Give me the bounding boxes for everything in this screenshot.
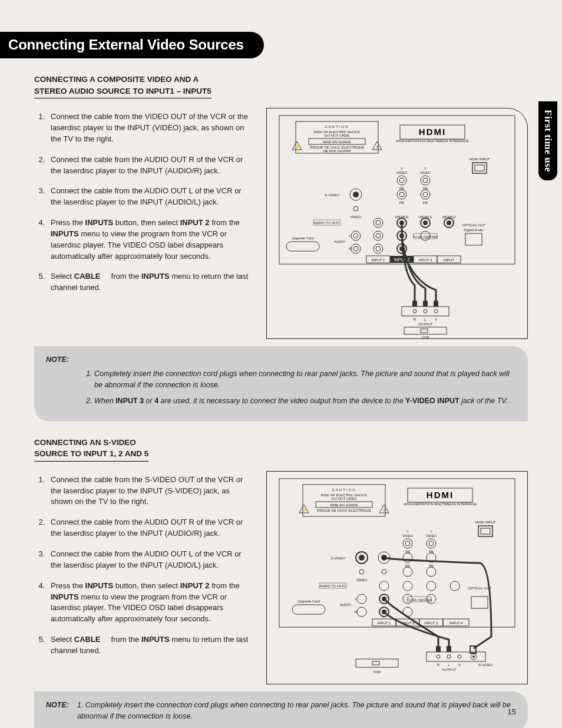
d2-output: OUTPUT (442, 668, 457, 671)
svg-rect-58 (421, 329, 428, 332)
svg-rect-57 (404, 327, 447, 334)
audio-hifi-label: AUDIO TO HI-FI (313, 221, 339, 225)
svg-point-54 (413, 309, 416, 313)
section2-heading: CONNECTING AN S-VIDEO SOURCE TO INPUT 1,… (34, 437, 528, 462)
audio-label: AUDIO (334, 240, 345, 243)
vcr-label: VCR (422, 335, 429, 338)
svg-point-10 (397, 176, 406, 185)
n2-t1: When (94, 397, 115, 405)
d2-in1: INPUT 1 (378, 621, 392, 625)
input1-label: INPUT 1 (372, 258, 386, 262)
s5-t2: from the (109, 272, 141, 281)
pr1: PR (399, 201, 405, 205)
page-title: Connecting External Video Sources (8, 37, 244, 52)
svg-point-84 (403, 581, 412, 591)
d2-hdmi-in: HDMI INPUT (475, 521, 496, 524)
diagram-1: CAUTION RISK OF ELECTRIC SHOCK DO NOT OP… (266, 108, 528, 339)
svg-text:Y: Y (430, 530, 432, 533)
s5-t1: Select (51, 272, 74, 281)
step-1-text: Connect the cable from the VIDEO OUT of … (51, 112, 248, 143)
output-label: OUTPUT (418, 322, 433, 326)
d2-or: R (437, 663, 440, 667)
pb2: PB (423, 187, 428, 190)
s5-b1: CABLE (74, 272, 101, 281)
out-v: V (435, 318, 437, 321)
d2-tvc: TV AS CENTER (406, 598, 432, 602)
svg-rect-52 (434, 301, 438, 307)
svg-point-11 (399, 178, 404, 183)
s24-b2: INPUT 2 (180, 581, 210, 590)
hdmi-input-label: HDMI INPUT (470, 157, 490, 161)
svideo-label: S-VIDEO (325, 193, 339, 197)
s4-t2: button, then select (113, 218, 180, 227)
svg-point-13 (423, 178, 428, 183)
s4-b3: INPUTS (51, 229, 79, 238)
hdmi-sub: HIGH-DEFINITION MULTIMEDIA INTERFACE (396, 139, 469, 143)
s4-b1: INPUTS (85, 218, 114, 227)
svg-rect-99 (471, 597, 488, 608)
step2-5: Select CABLE from the INPUTS menu to ret… (47, 634, 252, 657)
svg-text:Y: Y (406, 530, 409, 533)
svg-rect-106 (447, 646, 451, 652)
svg-point-86 (450, 581, 459, 591)
mono1: (MONO) (395, 215, 409, 219)
svg-point-28 (447, 220, 451, 225)
digital-audio: Digital Audio (464, 228, 484, 232)
svg-point-55 (424, 309, 427, 313)
s24-b1: INPUTS (85, 581, 114, 590)
svg-point-70 (405, 541, 410, 546)
out-l: L (424, 318, 427, 321)
svg-point-72 (429, 541, 434, 546)
page-title-bar: Connecting External Video Sources (0, 32, 264, 58)
svg-point-18 (421, 190, 430, 199)
svg-point-85 (427, 581, 436, 591)
svg-point-83 (379, 581, 389, 591)
side-tab-label: First time use (543, 110, 554, 172)
svg-rect-51 (423, 301, 428, 307)
svg-point-92 (357, 607, 366, 617)
step2-3: Connect the cable from the AUDIO OUT L o… (47, 549, 252, 571)
section1-heading: CONNECTING A COMPOSITE VIDEO AND A STERE… (34, 74, 528, 98)
svg-point-20 (353, 206, 358, 211)
side-tab: First time use (538, 101, 557, 180)
upgrade-label: Upgrade Card (292, 236, 314, 240)
d2-audio: AUDIO (340, 603, 351, 607)
svg-text:Y: Y (424, 167, 427, 170)
d2-sv-out: S-VIDEO (478, 663, 493, 667)
svg-rect-97 (292, 605, 325, 614)
hdmi-logo: HDMI (419, 127, 446, 137)
svg-rect-43 (286, 242, 319, 251)
svg-rect-7 (475, 165, 484, 171)
d2-upgrade: Upgrade Card (297, 599, 320, 603)
d2-hdmi-sub: HIGH-DEFINITION MULTIMEDIA INTERFACE (404, 502, 477, 506)
svg-text:INPUT 4: INPUT 4 (449, 621, 464, 625)
svg-point-31 (373, 231, 383, 241)
s4-b2: INPUT 2 (180, 218, 210, 227)
out-r: R (414, 318, 416, 321)
step-1: Connect the cable from the VIDEO OUT of … (47, 111, 252, 145)
d2-m1: RISQUE DE CHOC ELECTRIQUE (317, 509, 371, 512)
note1-item1: Completely insert the connection cord pl… (94, 368, 516, 391)
svg-point-16 (397, 190, 406, 199)
svg-text:⚡: ⚡ (294, 143, 301, 150)
svg-point-38 (373, 244, 383, 253)
step2-2: Connect the cable from the AUDIO OUT R o… (47, 517, 252, 539)
svg-rect-53 (402, 307, 449, 316)
svg-point-12 (421, 176, 430, 185)
input3-label: INPUT 3 (419, 258, 433, 262)
s25-b1: CABLE (74, 635, 101, 644)
input4-label: INPUT (444, 258, 454, 262)
d2-caution: CAUTION (332, 488, 356, 492)
n2-t3: are used, it is necessary to connect the… (158, 397, 405, 405)
d2-pb1: PB (405, 550, 410, 554)
s24-b3: INPUTS (51, 592, 79, 601)
s5-b2: INPUTS (141, 272, 170, 281)
svg-point-26 (423, 220, 428, 225)
svg-point-19 (423, 192, 428, 197)
step2-3-text: Connect the cable from the AUDIO OUT L o… (51, 549, 242, 569)
svg-text:⚡: ⚡ (301, 506, 308, 513)
svg-point-113 (472, 655, 475, 658)
d2-ov: V (458, 663, 461, 667)
svg-point-109 (437, 655, 440, 658)
d2-c2: DO NOT OPEN (332, 497, 356, 500)
